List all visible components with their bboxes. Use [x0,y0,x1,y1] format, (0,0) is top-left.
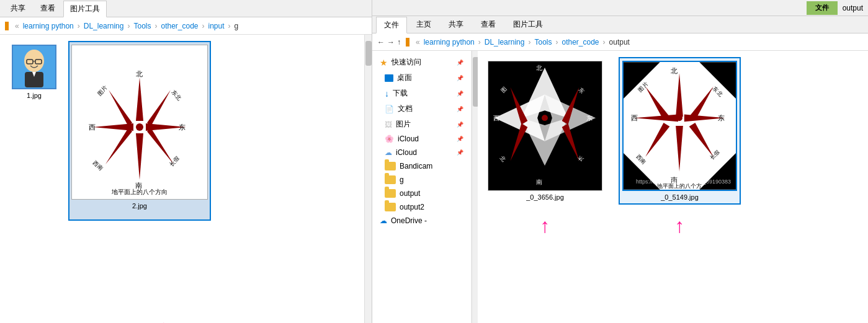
manage-tab[interactable]: 文件 [807,1,838,15]
nav-back-btn[interactable]: ← [377,38,385,46]
nav-item-g[interactable]: g [372,173,471,187]
nav-forward-btn[interactable]: → [387,38,395,46]
svg-text:南: 南 [536,179,542,185]
pin-icon-2: 📌 [457,91,463,97]
left-address-bar: « learning python › DL_learning › Tools … [0,17,372,35]
right-main-area: ★ 快速访问 📌 桌面 📌 ↓ 下载 📌 📄 文档 📌 [372,51,868,323]
address-part-1[interactable]: learning python [23,22,74,30]
pin-icon-1: 📌 [457,75,463,81]
compass-dark-svg: 北 东 东 长 南 北 西 图 [488,61,602,191]
nav-item-pictures[interactable]: 🖼 图片 📌 [372,117,471,132]
svg-text:北: 北 [671,67,678,74]
nav-item-bandicam[interactable]: Bandicam [372,159,471,173]
desktop-icon [385,74,393,82]
nav-scrollbar[interactable] [472,51,478,323]
nav-item-icloud2[interactable]: ☁ iCloud 📌 [372,146,471,159]
nav-item-desktop[interactable]: 桌面 📌 [372,70,471,86]
file-item-5149[interactable]: 北 东北 东 长假 南 西南 西 图片 地平面上的八个方 https: [619,57,741,205]
svg-point-16 [136,123,143,131]
right-file-grid: 北 东 东 长 南 北 西 图 _0_3656.jpg ↑ [478,51,868,323]
nav-panel: ★ 快速访问 📌 桌面 📌 ↓ 下载 📌 📄 文档 📌 [372,51,472,323]
nav-item-quickaccess[interactable]: ★ 快速访问 📌 [372,55,471,70]
right-pink-arrow-2: ↑ [675,216,685,236]
nav-item-docs[interactable]: 📄 文档 📌 [372,101,471,117]
right-folder-bar [406,38,409,46]
nav-item-output2[interactable]: output2 [372,200,471,214]
file-label-2jpg: 2.jpg [132,202,147,210]
address-part-4[interactable]: other_code [161,22,198,30]
address-part-3[interactable]: Tools [133,22,151,30]
svg-text:北: 北 [136,70,143,77]
tab-share-left[interactable]: 共享 [4,0,32,17]
left-ribbon: 共享 查看 图片工具 [0,0,372,17]
file-label-1jpg: 1.jpg [27,92,42,99]
folder-icon-bandicam [385,162,396,170]
pin-icon-5: 📌 [457,136,463,142]
right-addr-5: output [609,38,630,46]
picture-icon: 🖼 [385,120,392,129]
compass-white-svg: 北 东北 东 长假 南 西南 西 图片 地平面上的八个方 [624,61,736,191]
download-icon: ↓ [385,89,389,99]
compass-svg-large: 北 东北 东 长假 南 西南 西 图片 地平面上的八个方向 [78,65,202,195]
star-icon: ★ [380,58,388,68]
document-icon: 📄 [385,105,394,113]
left-scroll-thumb[interactable] [365,41,372,66]
nav-item-output[interactable]: output [372,187,471,200]
right-ribbon: 文件 主页 共享 查看 图片工具 [372,16,868,33]
right-address-bar: ← → ↑ « learning python › DL_learning › … [372,33,868,51]
pin-icon-4: 📌 [457,122,463,128]
svg-text:西: 西 [493,115,499,122]
svg-point-1 [24,50,44,72]
svg-text:东: 东 [179,123,186,131]
nav-item-icloud1[interactable]: 🌸 iCloud 📌 [372,132,471,146]
svg-text:地平面上的八个方: 地平面上的八个方 [656,183,702,189]
right-top-bar: 文件 output [372,0,868,16]
svg-text:北: 北 [536,64,542,71]
svg-point-35 [542,115,548,121]
left-pink-arrow: ↑ [158,317,169,323]
icloud-icon-1: 🌸 [385,135,394,143]
icloud-icon-2: ☁ [385,148,392,157]
right-addr-1[interactable]: learning python [424,38,475,46]
svg-text:西: 西 [89,123,96,131]
left-folder-color-bar [5,22,9,30]
folder-icon-output2 [385,203,396,211]
pin-icon-3: 📌 [457,106,463,112]
nav-item-download[interactable]: ↓ 下载 📌 [372,86,471,101]
tab-picture-tools-right[interactable]: 图片工具 [505,16,551,33]
file-label-5149: _0_5149.jpg [661,193,699,201]
file-item-2jpg[interactable]: 北 东北 东 长假 南 西南 西 图片 地平面上的八个方向 2.jpg [68,41,211,221]
address-part-6: g [235,22,239,30]
left-scrollbar[interactable] [364,35,372,323]
address-part-2[interactable]: DL_learning [84,22,124,30]
address-part-5[interactable]: input [208,22,225,30]
right-addr-3[interactable]: Tools [534,38,552,46]
tab-home-right[interactable]: 主页 [408,16,439,33]
output-label: output [843,4,863,12]
pin-icon-0: 📌 [457,60,463,66]
svg-point-57 [676,115,682,121]
svg-text:东: 东 [586,115,593,122]
onedrive-icon: ☁ [380,216,387,225]
nav-up-btn[interactable]: ↑ [397,38,401,46]
right-addr-2[interactable]: DL_learning [485,38,525,46]
tab-picture-tools-left[interactable]: 图片工具 [63,1,107,17]
svg-text:西: 西 [631,114,638,122]
avatar-svg [16,47,53,87]
tab-share-right[interactable]: 共享 [441,16,472,33]
tab-file-right[interactable]: 文件 [376,17,407,33]
right-addr-4[interactable]: other_code [562,38,599,46]
nav-item-onedrive[interactable]: ☁ OneDrive - [372,214,471,228]
svg-text:地平面上的八个方向: 地平面上的八个方向 [111,188,168,195]
right-pink-arrow-1: ↑ [540,216,550,236]
file-item-1jpg[interactable]: 1.jpg [6,41,62,221]
folder-icon-g [385,175,396,184]
file-label-3656: _0_3656.jpg [526,193,564,201]
file-item-3656[interactable]: 北 东 东 长 南 北 西 图 _0_3656.jpg ↑ [484,57,606,205]
folder-icon-output [385,189,396,198]
tab-view-right[interactable]: 查看 [473,16,504,33]
tab-view-left[interactable]: 查看 [34,0,62,17]
pin-icon-6: 📌 [457,149,463,156]
left-file-grid: 1.jpg [0,35,364,323]
svg-text:东: 东 [718,114,725,122]
